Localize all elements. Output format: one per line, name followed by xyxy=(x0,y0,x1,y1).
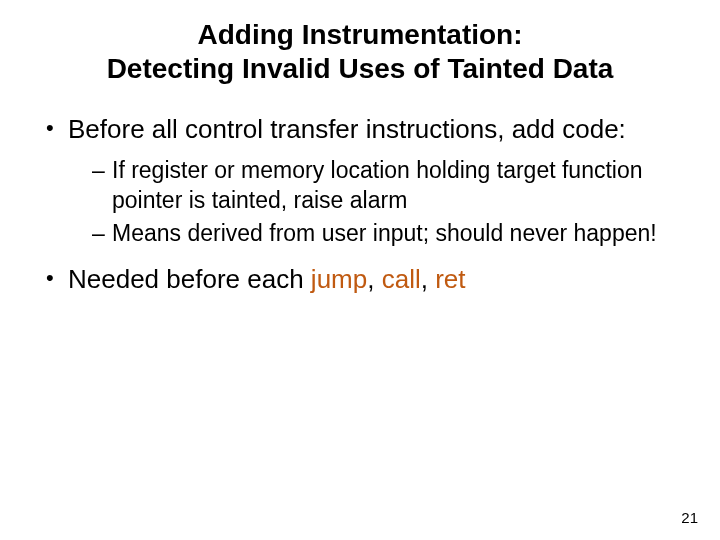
bullet-2-prefix: Needed before each xyxy=(68,264,311,294)
sub-bullet-1: If register or memory location holding t… xyxy=(92,156,692,216)
sep-2: , xyxy=(421,264,435,294)
keyword-call: call xyxy=(382,264,421,294)
slide: Adding Instrumentation: Detecting Invali… xyxy=(0,0,720,540)
keyword-jump: jump xyxy=(311,264,367,294)
bullet-1: Before all control transfer instructions… xyxy=(46,113,692,249)
sep-1: , xyxy=(367,264,381,294)
sub-bullet-2: Means derived from user input; should ne… xyxy=(92,219,692,249)
top-bullet-list: Before all control transfer instructions… xyxy=(28,113,692,296)
title-line-2: Detecting Invalid Uses of Tainted Data xyxy=(107,53,614,84)
bullet-1-text: Before all control transfer instructions… xyxy=(68,114,626,144)
bullet-2: Needed before each jump, call, ret xyxy=(46,263,692,296)
keyword-ret: ret xyxy=(435,264,465,294)
title-line-1: Adding Instrumentation: xyxy=(197,19,522,50)
sub-bullet-list: If register or memory location holding t… xyxy=(68,156,692,250)
slide-title: Adding Instrumentation: Detecting Invali… xyxy=(28,18,692,85)
page-number: 21 xyxy=(681,509,698,526)
